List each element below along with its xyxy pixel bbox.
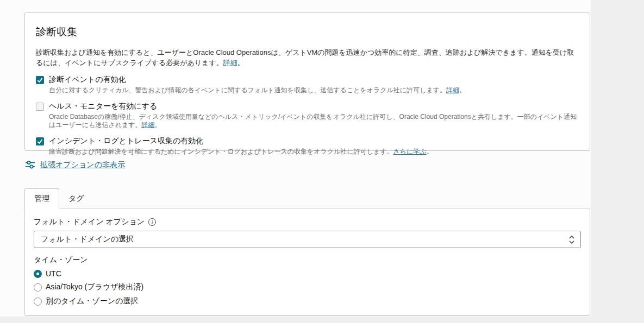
diagnostics-panel-description: 診断収集および通知を有効にすると、ユーザーとOracle Cloud Opera… <box>36 47 579 68</box>
health-monitor-row: ヘルス・モニターを有効にする Oracle Databaseの稼働/停止、ディス… <box>36 102 579 129</box>
radio-other-time-zone-label: 別のタイム・ゾーンの選択 <box>46 296 138 306</box>
sliders-icon <box>25 160 35 170</box>
health-monitor-checkbox[interactable] <box>36 103 44 111</box>
tab-bar: 管理 タグ <box>24 188 93 208</box>
time-zone-option-utc[interactable]: UTC <box>34 269 581 278</box>
check-icon <box>37 138 43 144</box>
health-monitor-label: ヘルス・モニターを有効にする <box>49 102 157 111</box>
advanced-options-link[interactable]: 拡張オプションの非表示 <box>40 160 125 170</box>
health-monitor-description: Oracle Databaseの稼働/停止、ディスク領域使用量などのヘルス・メト… <box>49 113 579 129</box>
fault-domain-select-value: フォルト・ドメインの選択 <box>41 235 134 244</box>
incident-log-trace-checkbox[interactable] <box>36 137 44 145</box>
tab-management[interactable]: 管理 <box>24 188 59 208</box>
link-suffix: 。 <box>427 148 433 155</box>
fault-domain-label: フォルト・ドメイン オプション <box>34 217 145 227</box>
health-monitor-details-link[interactable]: 詳細 <box>142 121 155 129</box>
diagnostic-events-label: 診断イベントの有効化 <box>49 75 126 85</box>
select-chevrons-icon <box>568 235 575 244</box>
incident-log-trace-learn-more-link[interactable]: さらに学ぶ <box>393 148 427 155</box>
check-icon <box>37 77 43 83</box>
diagnostic-events-row: 診断イベントの有効化 自分に対するクリティカル、警告および情報の各イベントに関す… <box>36 75 579 94</box>
incident-log-trace-label: インシデント・ログとトレース収集の有効化 <box>49 136 203 146</box>
diagnostics-panel-title: 診断収集 <box>36 25 579 39</box>
time-zone-option-asia-tokyo[interactable]: Asia/Tokyo (ブラウザ検出済) <box>34 282 581 292</box>
advanced-options-toggle[interactable]: 拡張オプションの非表示 <box>25 160 125 170</box>
radio-utc[interactable] <box>34 270 42 278</box>
description-link-suffix: 。 <box>237 59 245 67</box>
info-icon[interactable]: i <box>148 218 156 226</box>
incident-log-trace-description-text: 障害診断および問題解決を可能にするためにインシデント・ログおよびトレースの収集を… <box>49 148 393 155</box>
radio-utc-label: UTC <box>46 269 61 278</box>
management-tab-panel: フォルト・ドメイン オプション i フォルト・ドメインの選択 タイム・ゾーン U… <box>24 208 590 316</box>
radio-asia-tokyo[interactable] <box>34 283 42 292</box>
incident-log-trace-description: 障害診断および問題解決を可能にするためにインシデント・ログおよびトレースの収集を… <box>49 148 579 156</box>
link-suffix: 。 <box>459 86 466 94</box>
radio-asia-tokyo-label: Asia/Tokyo (ブラウザ検出済) <box>46 282 143 292</box>
diagnostics-description-text: 診断収集および通知を有効にすると、ユーザーとOracle Cloud Opera… <box>36 48 574 67</box>
fault-domain-field-label: フォルト・ドメイン オプション i <box>34 217 581 227</box>
fault-domain-select[interactable]: フォルト・ドメインの選択 <box>34 231 581 248</box>
diagnostics-description-details-link[interactable]: 詳細 <box>223 59 237 67</box>
diagnostic-events-details-link[interactable]: 詳細 <box>446 86 459 94</box>
tab-tags[interactable]: タグ <box>59 188 93 208</box>
time-zone-label: タイム・ゾーン <box>34 255 581 265</box>
radio-other-time-zone[interactable] <box>34 297 42 306</box>
diagnostic-events-checkbox[interactable] <box>36 76 44 84</box>
content-canvas: 診断収集 診断収集および通知を有効にすると、ユーザーとOracle Cloud … <box>0 0 591 316</box>
diagnostics-collection-panel: 診断収集 診断収集および通知を有効にすると、ユーザーとOracle Cloud … <box>24 12 590 151</box>
health-monitor-description-text: Oracle Databaseの稼働/停止、ディスク領域使用量などのヘルス・メト… <box>49 113 577 129</box>
link-suffix: 。 <box>155 121 161 129</box>
diagnostic-events-description: 自分に対するクリティカル、警告および情報の各イベントに関するフォルト通知を収集し… <box>49 86 579 94</box>
incident-log-trace-row: インシデント・ログとトレース収集の有効化 障害診断および問題解決を可能にするため… <box>36 136 579 156</box>
time-zone-option-other[interactable]: 別のタイム・ゾーンの選択 <box>34 296 581 306</box>
diagnostic-events-description-text: 自分に対するクリティカル、警告および情報の各イベントに関するフォルト通知を収集し… <box>49 86 446 94</box>
